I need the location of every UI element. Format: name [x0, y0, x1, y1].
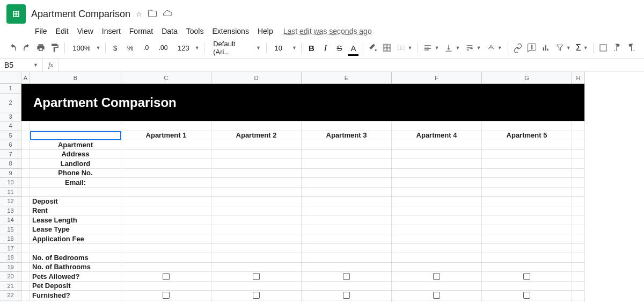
cell[interactable] [482, 253, 572, 263]
cell[interactable]: No. of Bathrooms [30, 263, 121, 272]
row-header[interactable]: 13 [0, 206, 21, 216]
row-header[interactable]: 15 [0, 225, 21, 235]
cell[interactable] [211, 244, 302, 254]
cell[interactable] [211, 300, 302, 303]
borders-button[interactable] [380, 41, 393, 55]
cell[interactable]: Security [30, 300, 121, 303]
cell[interactable] [211, 234, 302, 244]
zoom-dropdown[interactable]: 100%▼ [68, 41, 102, 55]
cell[interactable] [572, 197, 585, 206]
cell[interactable] [392, 263, 482, 272]
cell[interactable] [211, 282, 302, 291]
cell[interactable] [572, 234, 585, 244]
cell[interactable] [392, 253, 482, 263]
cell[interactable] [392, 169, 482, 178]
cell[interactable] [121, 225, 211, 235]
checkbox-cell[interactable] [121, 272, 211, 282]
cell[interactable] [121, 159, 211, 169]
cell[interactable] [21, 178, 30, 188]
formula-bar[interactable] [59, 63, 644, 67]
menu-extensions[interactable]: Extensions [208, 25, 252, 38]
col-header-C[interactable]: C [121, 72, 211, 84]
cell[interactable] [21, 300, 30, 303]
cell[interactable] [302, 215, 392, 225]
cell[interactable] [572, 140, 585, 150]
cell[interactable]: Furnished? [30, 291, 121, 300]
cell[interactable]: Rent [30, 206, 121, 216]
cell[interactable] [392, 159, 482, 169]
col-header-D[interactable]: D [211, 72, 302, 84]
cell[interactable] [392, 121, 482, 131]
insert-chart-button[interactable] [539, 41, 552, 55]
cell[interactable] [21, 291, 30, 300]
cell[interactable]: Email: [30, 178, 121, 188]
star-icon[interactable]: ☆ [136, 10, 142, 18]
checkbox-cell[interactable] [211, 291, 302, 300]
row-header[interactable]: 8 [0, 159, 21, 169]
checkbox-icon[interactable] [343, 273, 350, 280]
horizontal-align-button[interactable]: ▼ [421, 41, 441, 55]
print-button[interactable] [34, 41, 47, 55]
selected-cell-B5[interactable] [30, 131, 121, 141]
menu-file[interactable]: File [31, 25, 51, 38]
paint-format-button[interactable] [48, 41, 61, 55]
cell[interactable] [392, 150, 482, 160]
cell[interactable] [21, 263, 30, 272]
cell[interactable] [572, 159, 585, 169]
row-header[interactable]: 18 [0, 253, 21, 263]
menu-tools[interactable]: Tools [182, 25, 208, 38]
checkbox-icon[interactable] [523, 273, 530, 280]
redo-button[interactable] [20, 41, 33, 55]
cell[interactable] [121, 244, 211, 254]
cell[interactable] [392, 197, 482, 206]
checkbox-cell[interactable] [302, 272, 392, 282]
cell[interactable] [302, 244, 392, 254]
cell[interactable] [302, 150, 392, 160]
cell[interactable] [121, 150, 211, 160]
checkbox-icon[interactable] [433, 292, 440, 299]
cell[interactable] [30, 244, 121, 254]
cell[interactable] [302, 234, 392, 244]
cell[interactable] [211, 140, 302, 150]
cell[interactable] [21, 140, 30, 150]
cell[interactable]: Lease Type [30, 225, 121, 235]
font-dropdown[interactable]: Default (Ari...▼ [208, 41, 263, 55]
cell[interactable]: Pets Allowed? [30, 272, 121, 282]
menu-format[interactable]: Format [126, 25, 157, 38]
col-header-G[interactable]: G [482, 72, 572, 84]
percent-button[interactable]: % [123, 41, 138, 55]
cell[interactable] [302, 206, 392, 216]
cell[interactable] [482, 263, 572, 272]
row-header[interactable]: 14 [0, 215, 21, 225]
cell[interactable]: Apartment 4 [392, 131, 482, 141]
sheets-logo[interactable] [6, 4, 26, 24]
text-rotation-button[interactable]: ▼ [485, 41, 504, 55]
text-color-button[interactable]: A [347, 41, 360, 55]
cell[interactable]: Deposit [30, 197, 121, 206]
row-header[interactable]: 16 [0, 234, 21, 244]
row-header[interactable]: 22 [0, 291, 21, 300]
cell[interactable] [392, 215, 482, 225]
cell[interactable] [30, 188, 121, 197]
cell[interactable] [121, 263, 211, 272]
row-header[interactable]: 3 [0, 112, 21, 122]
cell[interactable] [302, 178, 392, 188]
menu-edit[interactable]: Edit [52, 25, 72, 38]
cell[interactable] [392, 244, 482, 254]
row-header[interactable]: 4 [0, 121, 21, 131]
cell[interactable] [572, 272, 585, 282]
col-header-H[interactable]: H [572, 72, 585, 84]
cell[interactable] [572, 215, 585, 225]
cell[interactable] [572, 225, 585, 235]
cell[interactable] [302, 188, 392, 197]
cell[interactable] [392, 234, 482, 244]
cell[interactable] [21, 282, 30, 291]
document-title[interactable]: Apartment Comparison [31, 9, 130, 20]
insert-link-button[interactable] [511, 41, 524, 55]
cell[interactable] [392, 206, 482, 216]
cell[interactable] [21, 121, 30, 131]
increase-decimal-button[interactable]: .00 [155, 41, 172, 55]
cell[interactable] [121, 140, 211, 150]
cell[interactable] [482, 188, 572, 197]
cell[interactable] [211, 150, 302, 160]
